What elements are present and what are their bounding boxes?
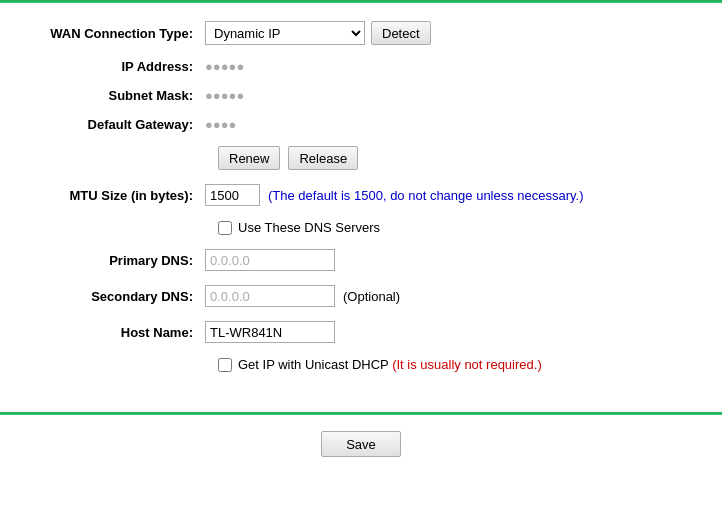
wan-connection-type-label: WAN Connection Type: [30,26,205,41]
secondary-dns-row: Secondary DNS: (Optional) [30,285,692,307]
primary-dns-row: Primary DNS: [30,249,692,271]
secondary-dns-label: Secondary DNS: [30,289,205,304]
main-container: WAN Connection Type: Dynamic IP Detect I… [0,0,722,467]
wan-connection-type-select[interactable]: Dynamic IP [205,21,365,45]
subnet-mask-row: Subnet Mask: ●●●●● [30,88,692,103]
release-button[interactable]: Release [288,146,358,170]
save-row: Save [0,415,722,467]
mtu-note: (The default is 1500, do not change unle… [268,188,584,203]
default-gateway-value: ●●●● [205,117,236,132]
ip-address-row: IP Address: ●●●●● [30,59,692,74]
unicast-row: Get IP with Unicast DHCP (It is usually … [30,357,692,372]
mtu-label: MTU Size (in bytes): [30,188,205,203]
unicast-note: (It is usually not required.) [392,357,542,372]
content-area: WAN Connection Type: Dynamic IP Detect I… [0,3,722,404]
detect-button[interactable]: Detect [371,21,431,45]
ip-address-value: ●●●●● [205,59,244,74]
use-dns-checkbox[interactable] [218,221,232,235]
wan-connection-type-row: WAN Connection Type: Dynamic IP Detect [30,21,692,45]
use-dns-label: Use These DNS Servers [238,220,380,235]
save-button[interactable]: Save [321,431,401,457]
renew-release-row: Renew Release [30,146,692,170]
optional-label: (Optional) [343,289,400,304]
use-dns-row: Use These DNS Servers [30,220,692,235]
unicast-checkbox[interactable] [218,358,232,372]
default-gateway-row: Default Gateway: ●●●● [30,117,692,132]
host-name-input[interactable] [205,321,335,343]
primary-dns-label: Primary DNS: [30,253,205,268]
mtu-input[interactable] [205,184,260,206]
ip-address-label: IP Address: [30,59,205,74]
secondary-dns-input[interactable] [205,285,335,307]
host-name-row: Host Name: [30,321,692,343]
default-gateway-label: Default Gateway: [30,117,205,132]
subnet-mask-value: ●●●●● [205,88,244,103]
unicast-label: Get IP with Unicast DHCP (It is usually … [238,357,542,372]
renew-button[interactable]: Renew [218,146,280,170]
host-name-label: Host Name: [30,325,205,340]
subnet-mask-label: Subnet Mask: [30,88,205,103]
primary-dns-input[interactable] [205,249,335,271]
mtu-row: MTU Size (in bytes): (The default is 150… [30,184,692,206]
